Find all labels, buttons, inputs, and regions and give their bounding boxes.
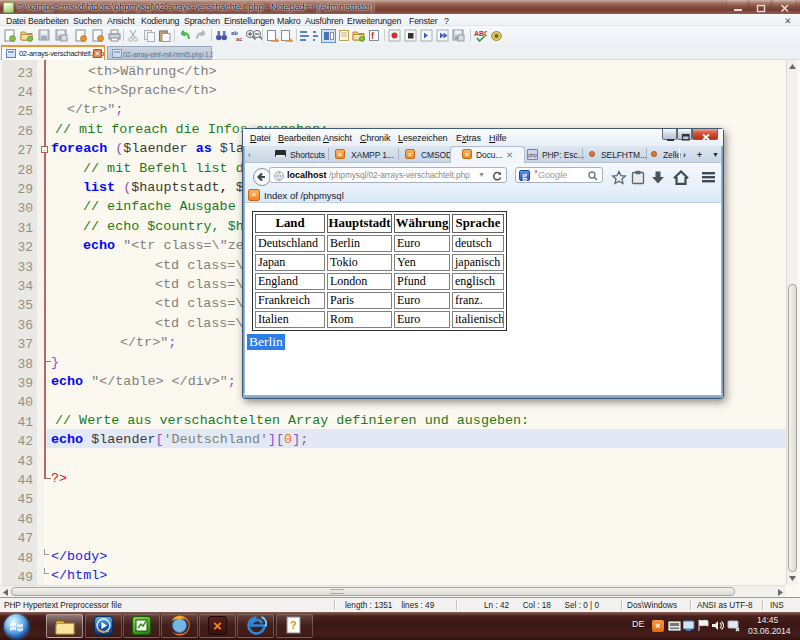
svg-text:ABC: ABC <box>474 30 487 37</box>
svg-text:ac: ac <box>236 36 243 42</box>
svg-text:?: ? <box>290 619 297 631</box>
